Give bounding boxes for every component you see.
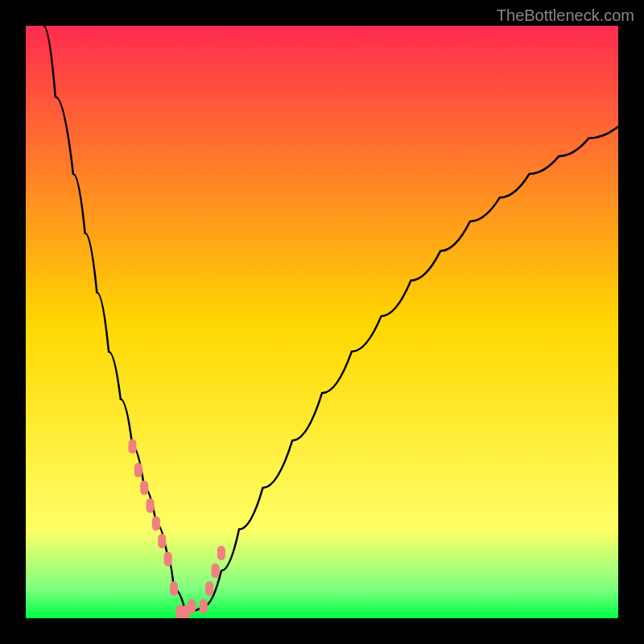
highlight-dot [147,498,155,513]
highlight-dot [200,599,208,613]
highlight-dot [217,546,225,560]
highlight-dot [212,564,220,578]
highlight-dot [164,551,172,566]
highlight-dot [140,481,148,495]
highlight-dot [205,581,213,596]
highlight-dot [152,516,160,530]
highlight-dot [188,599,196,613]
curve-plot [26,26,618,618]
watermark-text: TheBottleneck.com [497,6,634,25]
highlight-dot [128,440,136,454]
bottleneck-curve [43,26,618,613]
highlight-dot [170,581,178,596]
chart-container [26,26,618,618]
highlight-dot [134,463,142,477]
highlight-dot [158,534,166,548]
